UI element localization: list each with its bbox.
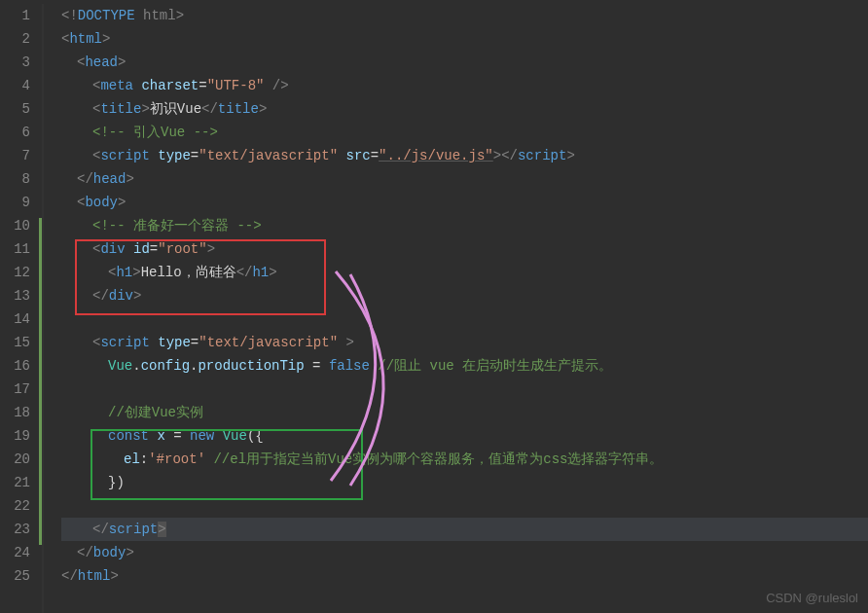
line-number: 18 xyxy=(0,401,30,424)
line-number: 12 xyxy=(0,261,30,284)
line-number: 21 xyxy=(0,471,30,494)
code-line: </html> xyxy=(61,564,868,588)
line-number: 14 xyxy=(0,307,30,331)
code-line: <!-- 引入Vue --> xyxy=(61,121,868,144)
line-number: 3 xyxy=(0,51,30,74)
code-line: <!DOCTYPE html> xyxy=(61,4,868,27)
code-line: <script type="text/javascript" src="../j… xyxy=(61,144,868,167)
code-line: <h1>Hello，尚硅谷</h1> xyxy=(61,261,868,284)
code-line: <meta charset="UTF-8" /> xyxy=(61,74,868,97)
line-number: 17 xyxy=(0,378,30,401)
code-line: <title>初识Vue</title> xyxy=(61,97,868,121)
line-number: 16 xyxy=(0,354,30,378)
code-content[interactable]: <!DOCTYPE html> <html> <head> <meta char… xyxy=(44,4,868,613)
code-line xyxy=(61,378,868,401)
code-line-active: </script> xyxy=(61,518,868,541)
line-number: 6 xyxy=(0,121,30,144)
code-line: <body> xyxy=(61,191,868,214)
code-line: const x = new Vue({ xyxy=(61,424,868,448)
watermark: CSDN @ruleslol xyxy=(766,591,858,605)
git-change-bar xyxy=(39,218,42,545)
code-line: //创建Vue实例 xyxy=(61,401,868,424)
code-line: el:'#root' //el用于指定当前Vue实例为哪个容器服务，值通常为cs… xyxy=(61,448,868,471)
line-number: 5 xyxy=(0,97,30,121)
line-number: 8 xyxy=(0,167,30,191)
code-line xyxy=(61,307,868,331)
line-number: 4 xyxy=(0,74,30,97)
line-number: 9 xyxy=(0,191,30,214)
line-number: 23 xyxy=(0,518,30,541)
line-number: 20 xyxy=(0,448,30,471)
code-line: </head> xyxy=(61,167,868,191)
code-line: <!-- 准备好一个容器 --> xyxy=(61,214,868,237)
code-editor: 1 2 3 4 5 6 7 8 9 10 11 12 13 14 15 16 1… xyxy=(0,0,868,613)
line-number: 19 xyxy=(0,424,30,448)
line-number: 24 xyxy=(0,541,30,564)
code-line: </body> xyxy=(61,541,868,564)
code-line: <script type="text/javascript" > xyxy=(61,331,868,354)
line-number-gutter: 1 2 3 4 5 6 7 8 9 10 11 12 13 14 15 16 1… xyxy=(0,4,44,613)
line-number: 7 xyxy=(0,144,30,167)
code-line: </div> xyxy=(61,284,868,307)
line-number: 22 xyxy=(0,494,30,518)
line-number: 11 xyxy=(0,237,30,261)
line-number: 13 xyxy=(0,284,30,307)
code-line: <head> xyxy=(61,51,868,74)
line-number: 15 xyxy=(0,331,30,354)
code-line xyxy=(61,494,868,518)
code-line: <div id="root"> xyxy=(61,237,868,261)
code-line: }) xyxy=(61,471,868,494)
code-line: <html> xyxy=(61,27,868,51)
line-number: 1 xyxy=(0,4,30,27)
line-number: 2 xyxy=(0,27,30,51)
line-number: 25 xyxy=(0,564,30,588)
line-number: 10 xyxy=(0,214,30,237)
code-line: Vue.config.productionTip = false //阻止 vu… xyxy=(61,354,868,378)
